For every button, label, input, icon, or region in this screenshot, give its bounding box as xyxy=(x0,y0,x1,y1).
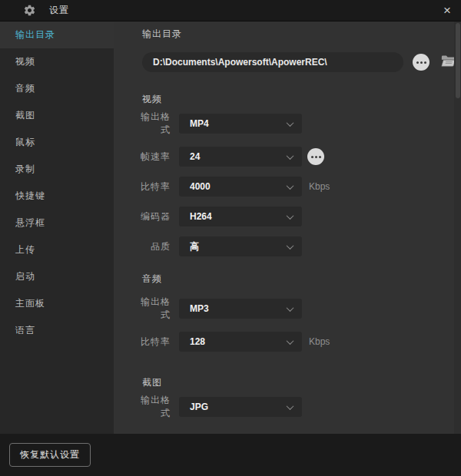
settings-content: 输出目录 视频 xyxy=(114,21,461,434)
video-encoder-row: 编码器 H264 xyxy=(134,207,461,226)
sidebar-item-floating-box[interactable]: 悬浮框 xyxy=(0,210,114,236)
sidebar-item-mouse[interactable]: 鼠标 xyxy=(0,129,114,156)
audio-header: 音频 xyxy=(142,273,461,285)
video-encoder-select[interactable]: H264 xyxy=(179,207,302,226)
video-framerate-row: 帧速率 24 xyxy=(134,147,461,167)
close-button[interactable]: × xyxy=(433,0,461,21)
screenshot-header: 截图 xyxy=(142,376,461,388)
framerate-more-button[interactable] xyxy=(307,148,324,165)
audio-output-format-row: 输出格式 MP3 xyxy=(134,296,461,322)
sidebar-item-audio[interactable]: 音频 xyxy=(0,75,114,102)
window-title: 设置 xyxy=(49,4,69,17)
settings-window: 设置 × 输出目录 视频 音频 截图 鼠标 录制 快捷键 悬浮框 上传 启动 主… xyxy=(0,0,461,476)
sidebar-item-language[interactable]: 语言 xyxy=(0,317,114,344)
sidebar-item-output-dir[interactable]: 输出目录 xyxy=(0,21,114,48)
audio-bitrate-unit: Kbps xyxy=(309,336,330,347)
gear-icon xyxy=(23,4,36,17)
audio-bitrate-select[interactable]: 128 xyxy=(179,332,302,352)
audio-bitrate-row: 比特率 128 Kbps xyxy=(134,332,461,352)
output-path-row xyxy=(142,52,461,72)
chevron-down-icon xyxy=(287,212,294,220)
video-output-format-select[interactable]: MP4 xyxy=(179,114,302,134)
video-quality-row: 品质 高 xyxy=(134,236,461,256)
chevron-down-icon xyxy=(287,337,294,345)
audio-output-format-select[interactable]: MP3 xyxy=(179,299,302,319)
video-quality-select[interactable]: 高 xyxy=(179,236,302,256)
output-dir-header: 输出目录 xyxy=(142,28,461,40)
ellipsis-icon xyxy=(420,61,423,64)
footer-bar: 恢复默认设置 xyxy=(0,434,461,476)
screenshot-output-format-row: 输出格式 JPG xyxy=(134,394,461,420)
chevron-down-icon xyxy=(287,152,294,160)
scrollbar-thumb[interactable] xyxy=(456,23,460,98)
scrollbar-track xyxy=(454,21,461,434)
chevron-down-icon xyxy=(287,119,294,127)
output-path-input[interactable] xyxy=(142,52,403,72)
chevron-down-icon xyxy=(287,242,294,250)
sidebar-item-upload[interactable]: 上传 xyxy=(0,236,114,263)
chevron-down-icon xyxy=(287,182,294,190)
sidebar-item-startup[interactable]: 启动 xyxy=(0,263,114,290)
screenshot-output-format-select[interactable]: JPG xyxy=(179,397,302,417)
browse-ellipsis-button[interactable] xyxy=(413,54,429,71)
restore-defaults-button[interactable]: 恢复默认设置 xyxy=(9,443,91,467)
sidebar-item-screenshot[interactable]: 截图 xyxy=(0,102,114,129)
sidebar: 输出目录 视频 音频 截图 鼠标 录制 快捷键 悬浮框 上传 启动 主面板 语言 xyxy=(0,21,114,434)
video-framerate-select[interactable]: 24 xyxy=(179,147,302,167)
video-output-format-row: 输出格式 MP4 xyxy=(134,111,461,137)
titlebar: 设置 × xyxy=(0,0,461,21)
sidebar-item-video[interactable]: 视频 xyxy=(0,48,114,75)
chevron-down-icon xyxy=(287,304,294,312)
chevron-down-icon xyxy=(287,402,294,410)
sidebar-item-record[interactable]: 录制 xyxy=(0,156,114,183)
video-bitrate-row: 比特率 4000 Kbps xyxy=(134,177,461,197)
sidebar-item-hotkeys[interactable]: 快捷键 xyxy=(0,183,114,210)
video-bitrate-select[interactable]: 4000 xyxy=(179,177,302,197)
ellipsis-icon xyxy=(315,156,317,158)
sidebar-item-main-panel[interactable]: 主面板 xyxy=(0,290,114,317)
video-header: 视频 xyxy=(142,93,461,105)
video-bitrate-unit: Kbps xyxy=(309,181,330,192)
